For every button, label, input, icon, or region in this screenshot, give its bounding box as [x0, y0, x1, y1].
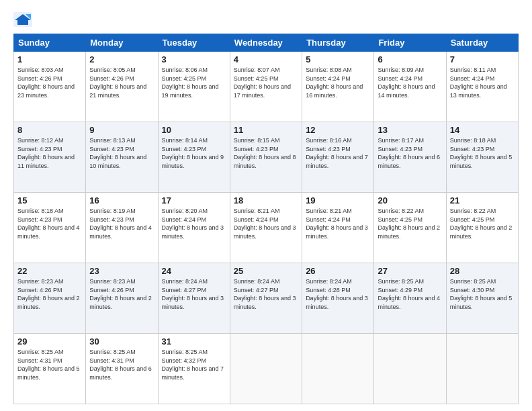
calendar-cell: 14Sunrise: 8:18 AMSunset: 4:23 PMDayligh… — [446, 122, 518, 193]
calendar-cell: 29Sunrise: 8:25 AMSunset: 4:31 PMDayligh… — [14, 334, 86, 404]
day-number: 12 — [306, 125, 370, 135]
day-number: 21 — [450, 195, 515, 205]
calendar-table: SundayMondayTuesdayWednesdayThursdayFrid… — [13, 34, 519, 404]
day-info: Sunrise: 8:12 AMSunset: 4:23 PMDaylight:… — [17, 137, 75, 169]
day-info: Sunrise: 8:05 AMSunset: 4:26 PMDaylight:… — [89, 66, 146, 99]
calendar-week-2: 8Sunrise: 8:12 AMSunset: 4:23 PMDaylight… — [14, 122, 519, 193]
day-header-friday: Friday — [374, 34, 446, 52]
day-number: 14 — [450, 125, 515, 135]
calendar-page: SundayMondayTuesdayWednesdayThursdayFrid… — [0, 0, 532, 411]
calendar-cell: 11Sunrise: 8:15 AMSunset: 4:23 PMDayligh… — [230, 122, 302, 193]
day-info: Sunrise: 8:15 AMSunset: 4:23 PMDaylight:… — [234, 137, 296, 169]
calendar-cell: 19Sunrise: 8:21 AMSunset: 4:24 PMDayligh… — [302, 193, 374, 263]
day-info: Sunrise: 8:21 AMSunset: 4:24 PMDaylight:… — [306, 208, 368, 240]
day-info: Sunrise: 8:14 AMSunset: 4:23 PMDaylight:… — [162, 137, 224, 169]
calendar-header-row: SundayMondayTuesdayWednesdayThursdayFrid… — [14, 34, 519, 52]
calendar-cell: 1Sunrise: 8:03 AMSunset: 4:26 PMDaylight… — [14, 52, 86, 122]
day-number: 5 — [306, 54, 370, 64]
day-number: 27 — [378, 266, 442, 276]
calendar-cell: 27Sunrise: 8:25 AMSunset: 4:29 PMDayligh… — [374, 263, 446, 334]
calendar-cell — [302, 334, 374, 404]
day-header-thursday: Thursday — [302, 34, 374, 52]
calendar-cell: 13Sunrise: 8:17 AMSunset: 4:23 PMDayligh… — [374, 122, 446, 193]
day-info: Sunrise: 8:24 AMSunset: 4:27 PMDaylight:… — [162, 278, 224, 310]
calendar-week-1: 1Sunrise: 8:03 AMSunset: 4:26 PMDaylight… — [14, 52, 519, 122]
calendar-cell: 16Sunrise: 8:19 AMSunset: 4:23 PMDayligh… — [86, 193, 158, 263]
calendar-cell: 24Sunrise: 8:24 AMSunset: 4:27 PMDayligh… — [158, 263, 230, 334]
header — [13, 12, 519, 27]
calendar-cell: 17Sunrise: 8:20 AMSunset: 4:24 PMDayligh… — [158, 193, 230, 263]
day-info: Sunrise: 8:25 AMSunset: 4:29 PMDaylight:… — [378, 278, 440, 310]
day-header-saturday: Saturday — [446, 34, 518, 52]
calendar-cell — [374, 334, 446, 404]
day-number: 2 — [89, 54, 154, 64]
calendar-cell: 28Sunrise: 8:25 AMSunset: 4:30 PMDayligh… — [446, 263, 518, 334]
day-info: Sunrise: 8:07 AMSunset: 4:25 PMDaylight:… — [234, 66, 291, 99]
day-info: Sunrise: 8:22 AMSunset: 4:25 PMDaylight:… — [450, 208, 513, 240]
day-info: Sunrise: 8:06 AMSunset: 4:25 PMDaylight:… — [162, 66, 219, 99]
calendar-cell: 22Sunrise: 8:23 AMSunset: 4:26 PMDayligh… — [14, 263, 86, 334]
calendar-week-4: 22Sunrise: 8:23 AMSunset: 4:26 PMDayligh… — [14, 263, 519, 334]
logo — [13, 12, 34, 27]
day-info: Sunrise: 8:25 AMSunset: 4:31 PMDaylight:… — [17, 349, 80, 381]
calendar-cell: 9Sunrise: 8:13 AMSunset: 4:23 PMDaylight… — [86, 122, 158, 193]
day-header-wednesday: Wednesday — [230, 34, 302, 52]
day-number: 6 — [378, 54, 442, 64]
day-number: 17 — [162, 195, 226, 205]
calendar-week-3: 15Sunrise: 8:18 AMSunset: 4:23 PMDayligh… — [14, 193, 519, 263]
day-info: Sunrise: 8:22 AMSunset: 4:25 PMDaylight:… — [378, 208, 440, 240]
day-info: Sunrise: 8:20 AMSunset: 4:24 PMDaylight:… — [162, 208, 224, 240]
day-number: 13 — [378, 125, 442, 135]
day-header-monday: Monday — [86, 34, 158, 52]
calendar-cell: 12Sunrise: 8:16 AMSunset: 4:23 PMDayligh… — [302, 122, 374, 193]
day-info: Sunrise: 8:18 AMSunset: 4:23 PMDaylight:… — [17, 208, 80, 240]
day-number: 16 — [89, 195, 154, 205]
day-info: Sunrise: 8:09 AMSunset: 4:24 PMDaylight:… — [378, 66, 435, 99]
day-info: Sunrise: 8:25 AMSunset: 4:31 PMDaylight:… — [89, 349, 152, 381]
calendar-cell: 10Sunrise: 8:14 AMSunset: 4:23 PMDayligh… — [158, 122, 230, 193]
calendar-cell: 23Sunrise: 8:23 AMSunset: 4:26 PMDayligh… — [86, 263, 158, 334]
day-number: 18 — [234, 195, 298, 205]
calendar-cell: 26Sunrise: 8:24 AMSunset: 4:28 PMDayligh… — [302, 263, 374, 334]
day-number: 3 — [162, 54, 226, 64]
calendar-cell: 8Sunrise: 8:12 AMSunset: 4:23 PMDaylight… — [14, 122, 86, 193]
day-number: 26 — [306, 266, 370, 276]
calendar-cell: 31Sunrise: 8:25 AMSunset: 4:32 PMDayligh… — [158, 334, 230, 404]
calendar-cell: 21Sunrise: 8:22 AMSunset: 4:25 PMDayligh… — [446, 193, 518, 263]
day-info: Sunrise: 8:19 AMSunset: 4:23 PMDaylight:… — [89, 208, 152, 240]
day-number: 19 — [306, 195, 370, 205]
day-number: 7 — [450, 54, 515, 64]
calendar-week-5: 29Sunrise: 8:25 AMSunset: 4:31 PMDayligh… — [14, 334, 519, 404]
calendar-cell — [446, 334, 518, 404]
day-info: Sunrise: 8:08 AMSunset: 4:24 PMDaylight:… — [306, 66, 363, 99]
calendar-cell: 18Sunrise: 8:21 AMSunset: 4:24 PMDayligh… — [230, 193, 302, 263]
day-number: 25 — [234, 266, 298, 276]
day-header-sunday: Sunday — [14, 34, 86, 52]
day-number: 31 — [162, 336, 226, 347]
day-number: 20 — [378, 195, 442, 205]
calendar-cell: 4Sunrise: 8:07 AMSunset: 4:25 PMDaylight… — [230, 52, 302, 122]
day-number: 23 — [89, 266, 154, 276]
day-number: 1 — [17, 54, 82, 64]
day-number: 29 — [17, 336, 82, 347]
day-number: 24 — [162, 266, 226, 276]
day-number: 30 — [89, 336, 154, 347]
day-info: Sunrise: 8:03 AMSunset: 4:26 PMDaylight:… — [17, 66, 75, 99]
day-info: Sunrise: 8:24 AMSunset: 4:27 PMDaylight:… — [234, 278, 296, 310]
day-number: 15 — [17, 195, 82, 205]
calendar-cell — [230, 334, 302, 404]
calendar-cell: 6Sunrise: 8:09 AMSunset: 4:24 PMDaylight… — [374, 52, 446, 122]
calendar-cell: 25Sunrise: 8:24 AMSunset: 4:27 PMDayligh… — [230, 263, 302, 334]
day-info: Sunrise: 8:25 AMSunset: 4:32 PMDaylight:… — [162, 349, 224, 381]
calendar-cell: 2Sunrise: 8:05 AMSunset: 4:26 PMDaylight… — [86, 52, 158, 122]
day-info: Sunrise: 8:18 AMSunset: 4:23 PMDaylight:… — [450, 137, 513, 169]
logo-icon — [13, 12, 32, 27]
calendar-cell: 20Sunrise: 8:22 AMSunset: 4:25 PMDayligh… — [374, 193, 446, 263]
calendar-cell: 5Sunrise: 8:08 AMSunset: 4:24 PMDaylight… — [302, 52, 374, 122]
calendar-cell: 7Sunrise: 8:11 AMSunset: 4:24 PMDaylight… — [446, 52, 518, 122]
day-header-tuesday: Tuesday — [158, 34, 230, 52]
day-number: 11 — [234, 125, 298, 135]
day-number: 28 — [450, 266, 515, 276]
calendar-cell: 3Sunrise: 8:06 AMSunset: 4:25 PMDaylight… — [158, 52, 230, 122]
day-info: Sunrise: 8:25 AMSunset: 4:30 PMDaylight:… — [450, 278, 513, 310]
